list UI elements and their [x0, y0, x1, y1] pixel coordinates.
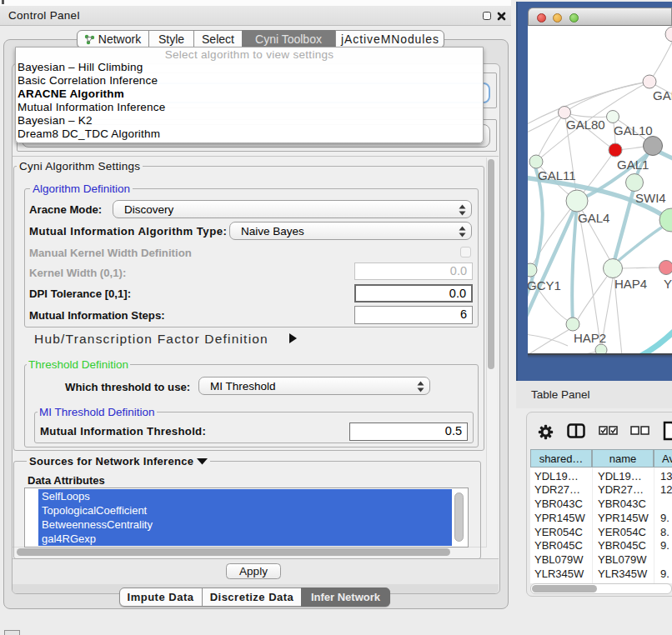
- svg-text:GAL80: GAL80: [566, 118, 605, 132]
- svg-text:Y: Y: [664, 277, 672, 291]
- svg-text:GAL4: GAL4: [578, 211, 609, 225]
- svg-text:GAL11: GAL11: [538, 168, 576, 182]
- svg-text:GAL1: GAL1: [617, 158, 649, 172]
- svg-text:GCY1: GCY1: [528, 278, 561, 292]
- svg-text:GAL10: GAL10: [614, 123, 653, 138]
- svg-text:GAL2: GAL2: [653, 88, 672, 102]
- svg-text:HAP4: HAP4: [614, 277, 647, 291]
- svg-text:HAP2: HAP2: [574, 331, 606, 345]
- svg-text:SWI4: SWI4: [635, 191, 666, 205]
